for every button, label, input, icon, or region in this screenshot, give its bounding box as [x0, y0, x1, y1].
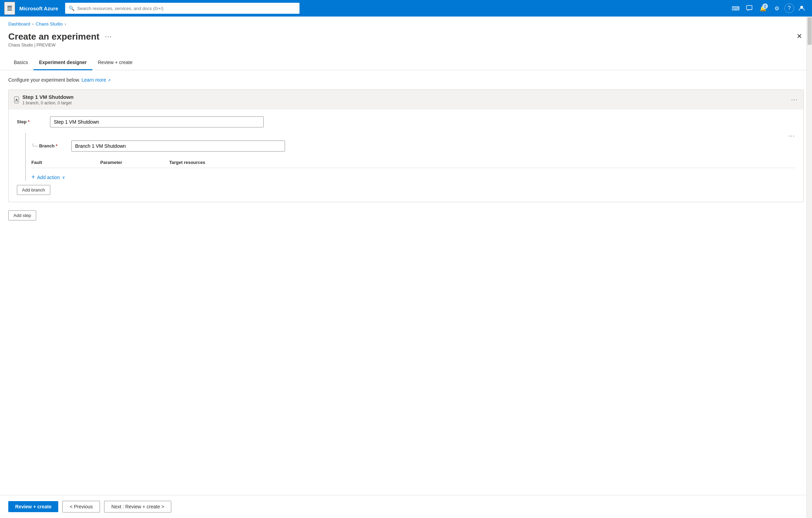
breadcrumb-chaos-studio[interactable]: Chaos Studio: [36, 21, 63, 27]
add-branch-button[interactable]: Add branch: [17, 185, 50, 195]
branch-label: Branch *: [39, 143, 57, 148]
step-more-button[interactable]: ···: [791, 97, 798, 103]
required-star-step: *: [28, 119, 30, 124]
add-action-label[interactable]: Add action: [37, 175, 60, 180]
tab-basics[interactable]: Basics: [8, 56, 33, 70]
content-area: Configure your experiment below. Learn m…: [0, 70, 812, 495]
feedback-icon[interactable]: [743, 2, 755, 14]
step-header-left: ∧ Step 1 VM Shutdown 1 branch, 0 action,…: [14, 94, 73, 105]
step-name-input[interactable]: [50, 116, 264, 127]
branch-label-wrapper: └─ Branch *: [31, 141, 66, 148]
branch-name-row: └─ Branch *: [31, 141, 795, 152]
add-action-plus-icon: +: [31, 174, 35, 181]
step-title-block: Step 1 VM Shutdown 1 branch, 0 action, 0…: [22, 94, 73, 105]
step-title: Step 1 VM Shutdown: [22, 94, 73, 100]
learn-more-link[interactable]: Learn more ↗: [81, 77, 110, 83]
scroll-thumb[interactable]: [808, 17, 812, 45]
configure-text: Configure your experiment below. Learn m…: [8, 77, 804, 83]
step-container: ∧ Step 1 VM Shutdown 1 branch, 0 action,…: [8, 90, 804, 202]
breadcrumb: Dashboard › Chaos Studio ›: [0, 17, 812, 29]
fault-table: Fault Parameter Target resources: [31, 157, 795, 168]
breadcrumb-dashboard[interactable]: Dashboard: [8, 21, 30, 27]
settings-icon[interactable]: ⚙: [771, 2, 783, 14]
notification-badge: 2: [762, 3, 768, 9]
tab-review-create[interactable]: Review + create: [92, 56, 138, 70]
search-icon: 🔍: [69, 6, 74, 11]
bottom-bar: Review + create < Previous Next : Review…: [0, 495, 812, 518]
add-step-button[interactable]: Add step: [8, 210, 36, 220]
next-button[interactable]: Next : Review + create >: [104, 501, 171, 512]
page-title: Create an experiment: [8, 31, 99, 42]
page-header: Create an experiment ··· Chaos Studio | …: [0, 29, 812, 48]
branch-name-input[interactable]: [71, 141, 285, 152]
search-input[interactable]: [77, 6, 296, 11]
close-button[interactable]: ✕: [795, 31, 804, 41]
brand-logo: Microsoft Azure: [19, 6, 58, 11]
add-action-chevron-icon: ∨: [62, 175, 65, 180]
main-wrapper: Dashboard › Chaos Studio › Create an exp…: [0, 17, 812, 518]
step-collapse-button[interactable]: ∧: [14, 96, 19, 103]
notifications-icon[interactable]: 🔔 2: [757, 2, 769, 14]
step-subtitle: 1 branch, 0 action, 0 target: [22, 101, 73, 105]
target-col-header: Target resources: [169, 157, 795, 168]
account-icon[interactable]: [795, 2, 808, 14]
breadcrumb-sep-2: ›: [65, 22, 66, 27]
step-name-row: Step *: [17, 116, 795, 127]
help-icon[interactable]: ?: [784, 3, 794, 13]
hamburger-icon[interactable]: ☰: [4, 2, 15, 15]
add-action-row[interactable]: + Add action ∨: [31, 174, 795, 181]
external-link-icon: ↗: [108, 78, 111, 82]
tab-experiment-designer[interactable]: Experiment designer: [33, 56, 92, 70]
parameter-col-header: Parameter: [100, 157, 169, 168]
previous-button[interactable]: < Previous: [62, 501, 100, 512]
scrollbar[interactable]: [806, 17, 812, 518]
page-subtitle: Chaos Studio | PREVIEW: [8, 43, 113, 48]
branch-dash-icon: └─: [31, 143, 38, 148]
topbar: ☰ Microsoft Azure 🔍 ⌨ 🔔 2 ⚙ ?: [0, 0, 812, 17]
branch-more-button[interactable]: ···: [789, 133, 795, 139]
branch-section: ··· └─ Branch *: [25, 133, 795, 181]
fault-table-header-row: Fault Parameter Target resources: [31, 157, 795, 168]
tabs: Basics Experiment designer Review + crea…: [0, 50, 812, 70]
topbar-icons: ⌨ 🔔 2 ⚙ ?: [729, 2, 808, 14]
page-menu-button[interactable]: ···: [103, 32, 113, 42]
step-label: Step *: [17, 116, 44, 124]
required-star-branch: *: [56, 143, 58, 148]
review-create-button[interactable]: Review + create: [8, 501, 58, 512]
branch-header-row: ···: [31, 133, 795, 139]
search-bar: 🔍: [65, 3, 300, 14]
terminal-icon[interactable]: ⌨: [729, 2, 742, 14]
fault-col-header: Fault: [31, 157, 100, 168]
step-header: ∧ Step 1 VM Shutdown 1 branch, 0 action,…: [9, 90, 803, 110]
page-title-block: Create an experiment ··· Chaos Studio | …: [8, 31, 113, 48]
page-title-row: Create an experiment ···: [8, 31, 113, 42]
svg-rect-0: [747, 6, 752, 10]
breadcrumb-sep-1: ›: [32, 22, 34, 27]
step-body: Step * ··· └─: [9, 110, 803, 202]
